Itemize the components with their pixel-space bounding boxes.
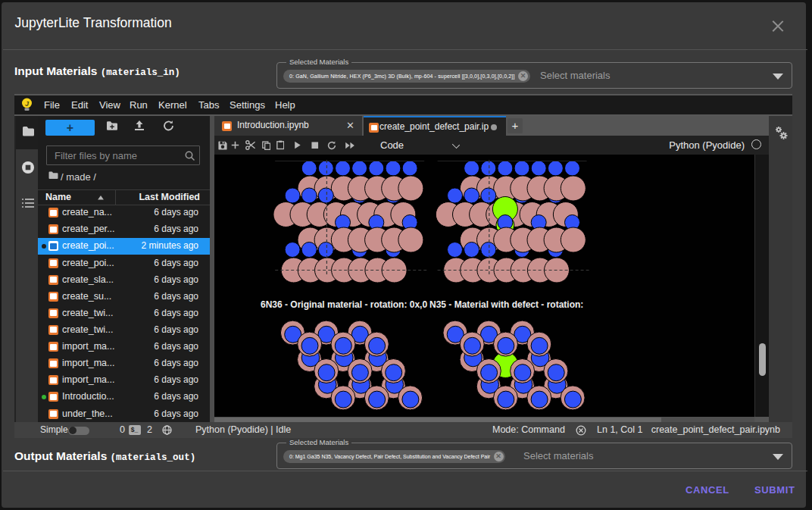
svg-text:N35 - Material with defect - r: N35 - Material with defect - rotation: — [429, 299, 583, 310]
svg-text:6N36 - Original material - rot: 6N36 - Original material - rotation: 0x,… — [261, 299, 427, 310]
